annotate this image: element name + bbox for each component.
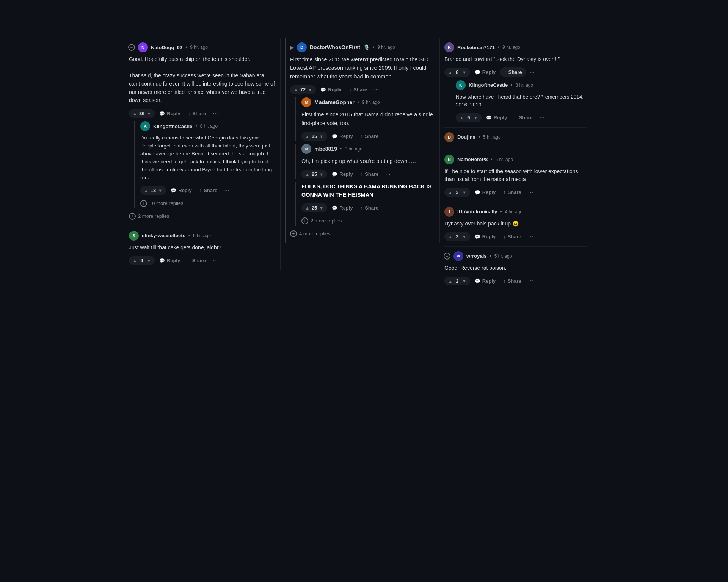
share-button[interactable]: Share: [196, 186, 221, 195]
reply-button[interactable]: Reply: [156, 256, 183, 265]
more-button[interactable]: ···: [210, 108, 220, 118]
more-button[interactable]: ···: [537, 113, 547, 123]
action-row: 72 Reply Share ···: [290, 84, 435, 94]
vote-group: 9: [129, 256, 155, 265]
share-button[interactable]: Share: [511, 113, 536, 122]
avatar: w: [453, 251, 463, 261]
more-button[interactable]: ···: [526, 188, 535, 197]
comment-header: ▶ D DoctorWhosOnFirst 🎙️ • 9 hr. ago: [290, 42, 435, 52]
reply-button[interactable]: Reply: [156, 109, 183, 118]
comment-block: − N NateDogg_92 • 9 hr. ago Good. Hopefu…: [129, 38, 276, 226]
downvote-button[interactable]: [461, 234, 467, 239]
share-icon: [188, 111, 191, 116]
downvote-button[interactable]: [318, 205, 324, 211]
reply-button[interactable]: Reply: [329, 203, 356, 213]
timestamp: 4 hr. ago: [505, 209, 522, 214]
reply-button[interactable]: Reply: [483, 113, 510, 122]
collapse-icon: −: [128, 44, 135, 51]
share-icon: [515, 115, 517, 120]
upvote-button[interactable]: [132, 258, 138, 263]
expand-outer-replies[interactable]: + 2 more replies: [129, 211, 276, 221]
more-button[interactable]: ···: [210, 255, 220, 265]
share-button[interactable]: Share: [500, 188, 524, 197]
collapse-button[interactable]: −: [128, 44, 135, 51]
more-button[interactable]: ···: [383, 203, 392, 213]
upvote-button[interactable]: [293, 87, 299, 92]
share-button[interactable]: Share: [346, 85, 370, 94]
vote-count: 13: [151, 188, 156, 193]
upvote-button[interactable]: [143, 188, 149, 193]
avatar: S: [129, 231, 139, 241]
more-button[interactable]: ···: [372, 84, 381, 94]
downvote-button[interactable]: [318, 133, 324, 139]
share-button[interactable]: Share: [358, 203, 382, 213]
more-button[interactable]: ···: [526, 232, 535, 242]
share-icon: [503, 189, 506, 195]
action-row: 3 Reply Share ···: [444, 232, 587, 242]
upvote-button[interactable]: [447, 69, 453, 75]
upvote-button[interactable]: [459, 115, 464, 120]
upvote-button[interactable]: [304, 133, 310, 139]
expand-more-replies[interactable]: + 10 more replies: [140, 199, 276, 208]
comment-block: R Rocketman7171 • 9 hr. ago Brando and c…: [444, 38, 587, 128]
share-highlight-button[interactable]: Share: [500, 67, 526, 77]
upvote-button[interactable]: [447, 278, 453, 284]
vote-group: 3: [444, 188, 470, 197]
reply-button[interactable]: Reply: [329, 169, 356, 179]
downvote-button[interactable]: [473, 115, 479, 120]
reply-button[interactable]: Reply: [472, 276, 499, 286]
more-button[interactable]: ···: [383, 131, 392, 141]
vote-count: 6: [466, 115, 471, 120]
reply-button[interactable]: Reply: [317, 85, 344, 94]
action-row: 25 Reply Share ···: [301, 203, 435, 213]
more-button[interactable]: ···: [383, 169, 392, 179]
more-button[interactable]: ···: [222, 186, 231, 196]
upvote-button[interactable]: [304, 171, 310, 177]
expand-icon: +: [301, 217, 308, 224]
downvote-button[interactable]: [461, 69, 467, 75]
downvote-button[interactable]: [318, 171, 324, 177]
timestamp: 9 hr. ago: [345, 146, 362, 152]
comment-body: Good. Reverse rat poison.: [444, 264, 587, 272]
share-button[interactable]: Share: [500, 276, 524, 286]
avatar: R: [444, 42, 454, 52]
downvote-button[interactable]: [461, 278, 467, 284]
username: NateDogg_92: [151, 45, 182, 50]
downvote-button[interactable]: [146, 258, 152, 263]
downvote-button[interactable]: [157, 188, 163, 193]
share-button[interactable]: Share: [185, 109, 209, 118]
upvote-button[interactable]: [447, 234, 453, 239]
share-button[interactable]: Share: [358, 131, 382, 141]
reply-icon: [332, 205, 337, 211]
reply-button[interactable]: Reply: [329, 131, 356, 141]
avatar: D: [444, 132, 454, 142]
more-replies-label: 4 more replies: [299, 231, 330, 236]
share-button[interactable]: Share: [358, 169, 382, 179]
expand-more-replies-1[interactable]: + 2 more replies: [301, 216, 435, 226]
vote-group: 6: [456, 113, 482, 122]
downvote-button[interactable]: [461, 189, 467, 195]
reply-button[interactable]: Reply: [472, 67, 499, 77]
expand-more-replies-2[interactable]: + 4 more replies: [290, 229, 435, 239]
comments-layout: − N NateDogg_92 • 9 hr. ago Good. Hopefu…: [129, 38, 599, 290]
timestamp: 6 hr. ago: [495, 157, 513, 162]
reply-button[interactable]: Reply: [472, 232, 499, 241]
more-button[interactable]: ···: [526, 276, 535, 286]
share-icon: [361, 205, 363, 211]
share-button[interactable]: Share: [500, 232, 524, 241]
reply-button[interactable]: Reply: [472, 188, 499, 197]
reply-button[interactable]: Reply: [168, 186, 195, 195]
vote-count: 8: [455, 69, 460, 75]
upvote-button[interactable]: [132, 111, 138, 116]
downvote-button[interactable]: [307, 87, 313, 92]
collapse-button[interactable]: −: [444, 253, 450, 260]
upvote-button[interactable]: [304, 205, 310, 211]
more-button[interactable]: ···: [527, 67, 537, 77]
username: stinky-weaselteets: [142, 233, 185, 238]
share-button[interactable]: Share: [185, 256, 209, 265]
timestamp: 8 hr. ago: [200, 124, 218, 129]
upvote-button[interactable]: [447, 189, 453, 195]
vote-count: 25: [312, 205, 317, 211]
downvote-button[interactable]: [146, 111, 152, 116]
reply-icon: [475, 69, 480, 75]
